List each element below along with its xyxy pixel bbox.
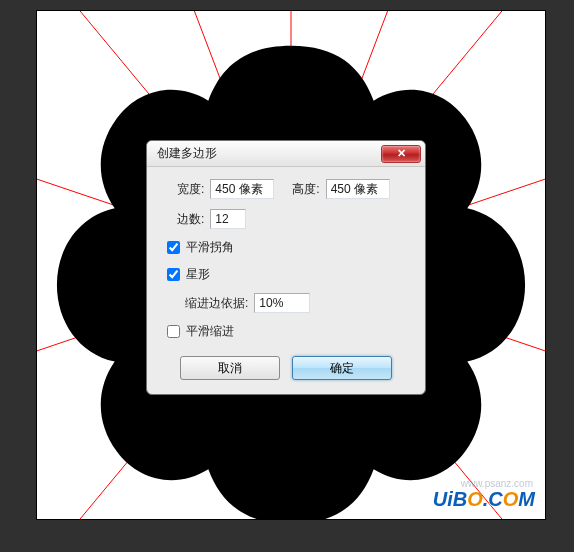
sides-input[interactable] — [210, 209, 246, 229]
width-input[interactable] — [210, 179, 274, 199]
indent-input[interactable] — [254, 293, 310, 313]
indent-row: 缩进边依据: — [185, 293, 411, 313]
close-button[interactable]: ✕ — [381, 145, 421, 163]
create-polygon-dialog: 创建多边形 ✕ 宽度: 高度: 边数: 平滑拐角 星形 缩进边依据: — [146, 140, 426, 395]
height-input[interactable] — [326, 179, 390, 199]
cancel-button[interactable]: 取消 — [180, 356, 280, 380]
dialog-title: 创建多边形 — [157, 145, 381, 162]
dialog-titlebar[interactable]: 创建多边形 ✕ — [147, 141, 425, 167]
star-row: 星形 — [167, 266, 411, 283]
smooth-indent-label: 平滑缩进 — [186, 323, 234, 340]
uibo-watermark: UiBO.COM — [433, 488, 535, 511]
sides-label: 边数: — [177, 211, 204, 228]
sides-row: 边数: — [177, 209, 411, 229]
star-label: 星形 — [186, 266, 210, 283]
close-icon: ✕ — [397, 147, 406, 160]
width-label: 宽度: — [177, 181, 204, 198]
height-label: 高度: — [292, 181, 319, 198]
button-row: 取消 确定 — [161, 356, 411, 380]
dialog-body: 宽度: 高度: 边数: 平滑拐角 星形 缩进边依据: 平滑缩进 取消 — [147, 167, 425, 394]
indent-label: 缩进边依据: — [185, 295, 248, 312]
smooth-corners-row: 平滑拐角 — [167, 239, 411, 256]
dimensions-row: 宽度: 高度: — [177, 179, 411, 199]
star-checkbox[interactable] — [167, 268, 180, 281]
smooth-indent-row: 平滑缩进 — [167, 323, 411, 340]
ok-button[interactable]: 确定 — [292, 356, 392, 380]
smooth-corners-label: 平滑拐角 — [186, 239, 234, 256]
smooth-indent-checkbox[interactable] — [167, 325, 180, 338]
smooth-corners-checkbox[interactable] — [167, 241, 180, 254]
